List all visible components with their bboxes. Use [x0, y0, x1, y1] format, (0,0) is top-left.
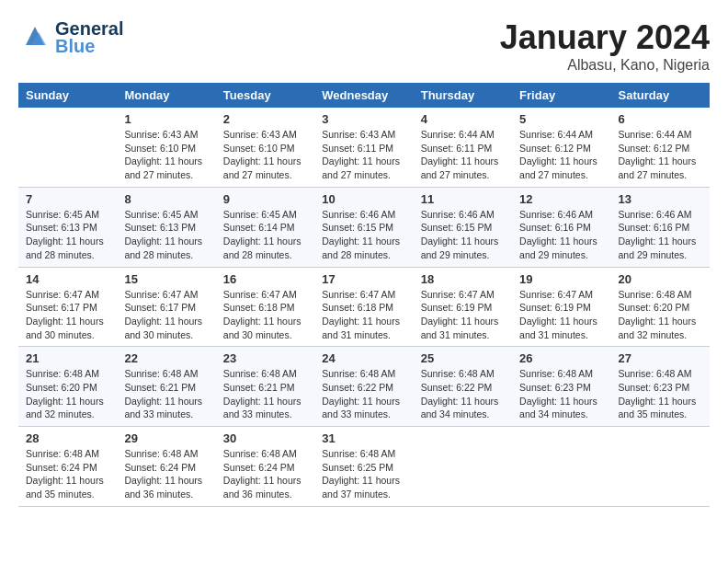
- logo: General Blue: [18, 18, 123, 57]
- day-info: Sunrise: 6:48 AMSunset: 6:24 PMDaylight:…: [26, 447, 109, 501]
- day-info: Sunrise: 6:44 AMSunset: 6:12 PMDaylight:…: [619, 128, 702, 182]
- title-block: January 2024 Albasu, Kano, Nigeria: [500, 18, 710, 74]
- day-info: Sunrise: 6:44 AMSunset: 6:11 PMDaylight:…: [421, 128, 505, 182]
- day-number: 15: [124, 272, 208, 286]
- calendar-cell: 15 Sunrise: 6:47 AMSunset: 6:17 PMDaylig…: [117, 267, 215, 347]
- calendar-cell: 21 Sunrise: 6:48 AMSunset: 6:20 PMDaylig…: [18, 347, 117, 427]
- day-number: 16: [223, 272, 307, 286]
- day-info: Sunrise: 6:48 AMSunset: 6:20 PMDaylight:…: [619, 288, 702, 342]
- day-number: 11: [421, 192, 505, 206]
- day-number: 4: [421, 112, 505, 126]
- calendar-header-row: SundayMondayTuesdayWednesdayThursdayFrid…: [18, 83, 710, 108]
- calendar-cell: 8 Sunrise: 6:45 AMSunset: 6:13 PMDayligh…: [117, 187, 215, 267]
- calendar-cell: 2 Sunrise: 6:43 AMSunset: 6:10 PMDayligh…: [216, 108, 314, 187]
- logo-icon: [18, 19, 51, 52]
- calendar-cell: 5 Sunrise: 6:44 AMSunset: 6:12 PMDayligh…: [512, 108, 610, 187]
- day-number: 9: [223, 192, 307, 206]
- calendar-cell: 12 Sunrise: 6:46 AMSunset: 6:16 PMDaylig…: [512, 187, 610, 267]
- day-number: 19: [519, 272, 603, 286]
- day-info: Sunrise: 6:43 AMSunset: 6:11 PMDaylight:…: [322, 128, 405, 182]
- calendar-cell: 1 Sunrise: 6:43 AMSunset: 6:10 PMDayligh…: [117, 108, 215, 187]
- calendar-cell: 29 Sunrise: 6:48 AMSunset: 6:24 PMDaylig…: [117, 427, 215, 507]
- col-header-thursday: Thursday: [414, 83, 512, 108]
- day-number: 14: [26, 272, 109, 286]
- day-info: Sunrise: 6:43 AMSunset: 6:10 PMDaylight:…: [223, 128, 307, 182]
- col-header-sunday: Sunday: [18, 83, 117, 108]
- calendar-cell: 4 Sunrise: 6:44 AMSunset: 6:11 PMDayligh…: [414, 108, 512, 187]
- day-info: Sunrise: 6:47 AMSunset: 6:18 PMDaylight:…: [223, 288, 307, 342]
- day-info: Sunrise: 6:47 AMSunset: 6:19 PMDaylight:…: [519, 288, 603, 342]
- calendar-week-4: 21 Sunrise: 6:48 AMSunset: 6:20 PMDaylig…: [18, 347, 710, 427]
- day-number: 10: [322, 192, 405, 206]
- page-header: General Blue January 2024 Albasu, Kano, …: [18, 18, 710, 74]
- day-number: 1: [124, 112, 208, 126]
- day-number: 24: [322, 351, 405, 365]
- day-info: Sunrise: 6:48 AMSunset: 6:24 PMDaylight:…: [124, 447, 208, 501]
- calendar-cell: 13 Sunrise: 6:46 AMSunset: 6:16 PMDaylig…: [611, 187, 710, 267]
- day-info: Sunrise: 6:46 AMSunset: 6:16 PMDaylight:…: [519, 208, 603, 262]
- day-number: 29: [124, 431, 208, 445]
- location: Albasu, Kano, Nigeria: [500, 57, 710, 74]
- calendar-cell: 30 Sunrise: 6:48 AMSunset: 6:24 PMDaylig…: [216, 427, 314, 507]
- calendar-cell: 23 Sunrise: 6:48 AMSunset: 6:21 PMDaylig…: [216, 347, 314, 427]
- day-info: Sunrise: 6:46 AMSunset: 6:16 PMDaylight:…: [619, 208, 702, 262]
- day-number: 8: [124, 192, 208, 206]
- day-number: 13: [619, 192, 702, 206]
- calendar-cell: 24 Sunrise: 6:48 AMSunset: 6:22 PMDaylig…: [314, 347, 413, 427]
- day-number: 27: [619, 351, 702, 365]
- calendar-cell: 19 Sunrise: 6:47 AMSunset: 6:19 PMDaylig…: [512, 267, 610, 347]
- calendar-cell: [512, 427, 610, 507]
- calendar-cell: 28 Sunrise: 6:48 AMSunset: 6:24 PMDaylig…: [18, 427, 117, 507]
- day-info: Sunrise: 6:48 AMSunset: 6:22 PMDaylight:…: [322, 367, 405, 421]
- day-number: 31: [322, 431, 405, 445]
- day-number: 25: [421, 351, 505, 365]
- day-info: Sunrise: 6:48 AMSunset: 6:22 PMDaylight:…: [421, 367, 505, 421]
- day-info: Sunrise: 6:45 AMSunset: 6:13 PMDaylight:…: [124, 208, 208, 262]
- day-info: Sunrise: 6:47 AMSunset: 6:17 PMDaylight:…: [124, 288, 208, 342]
- day-info: Sunrise: 6:48 AMSunset: 6:23 PMDaylight:…: [519, 367, 603, 421]
- calendar-cell: [414, 427, 512, 507]
- day-info: Sunrise: 6:46 AMSunset: 6:15 PMDaylight:…: [322, 208, 405, 262]
- day-info: Sunrise: 6:43 AMSunset: 6:10 PMDaylight:…: [124, 128, 208, 182]
- calendar-cell: 18 Sunrise: 6:47 AMSunset: 6:19 PMDaylig…: [414, 267, 512, 347]
- col-header-monday: Monday: [117, 83, 215, 108]
- calendar-cell: 20 Sunrise: 6:48 AMSunset: 6:20 PMDaylig…: [611, 267, 710, 347]
- day-info: Sunrise: 6:48 AMSunset: 6:21 PMDaylight:…: [124, 367, 208, 421]
- col-header-tuesday: Tuesday: [216, 83, 314, 108]
- day-number: 30: [223, 431, 307, 445]
- day-number: 12: [519, 192, 603, 206]
- calendar-cell: 16 Sunrise: 6:47 AMSunset: 6:18 PMDaylig…: [216, 267, 314, 347]
- calendar-table: SundayMondayTuesdayWednesdayThursdayFrid…: [18, 83, 710, 507]
- calendar-cell: [18, 108, 117, 187]
- col-header-friday: Friday: [512, 83, 610, 108]
- calendar-cell: 17 Sunrise: 6:47 AMSunset: 6:18 PMDaylig…: [314, 267, 413, 347]
- calendar-cell: 22 Sunrise: 6:48 AMSunset: 6:21 PMDaylig…: [117, 347, 215, 427]
- day-number: 7: [26, 192, 109, 206]
- day-info: Sunrise: 6:44 AMSunset: 6:12 PMDaylight:…: [519, 128, 603, 182]
- day-info: Sunrise: 6:45 AMSunset: 6:14 PMDaylight:…: [223, 208, 307, 262]
- day-number: 18: [421, 272, 505, 286]
- day-info: Sunrise: 6:48 AMSunset: 6:23 PMDaylight:…: [619, 367, 702, 421]
- day-number: 5: [519, 112, 603, 126]
- day-number: 17: [322, 272, 405, 286]
- day-info: Sunrise: 6:48 AMSunset: 6:21 PMDaylight:…: [223, 367, 307, 421]
- calendar-week-5: 28 Sunrise: 6:48 AMSunset: 6:24 PMDaylig…: [18, 427, 710, 507]
- day-number: 28: [26, 431, 109, 445]
- day-info: Sunrise: 6:48 AMSunset: 6:24 PMDaylight:…: [223, 447, 307, 501]
- day-info: Sunrise: 6:48 AMSunset: 6:20 PMDaylight:…: [26, 367, 109, 421]
- day-number: 2: [223, 112, 307, 126]
- calendar-cell: 6 Sunrise: 6:44 AMSunset: 6:12 PMDayligh…: [611, 108, 710, 187]
- calendar-cell: 9 Sunrise: 6:45 AMSunset: 6:14 PMDayligh…: [216, 187, 314, 267]
- col-header-saturday: Saturday: [611, 83, 710, 108]
- day-info: Sunrise: 6:47 AMSunset: 6:17 PMDaylight:…: [26, 288, 109, 342]
- day-number: 26: [519, 351, 603, 365]
- day-number: 23: [223, 351, 307, 365]
- day-info: Sunrise: 6:48 AMSunset: 6:25 PMDaylight:…: [322, 447, 405, 501]
- col-header-wednesday: Wednesday: [314, 83, 413, 108]
- calendar-cell: 25 Sunrise: 6:48 AMSunset: 6:22 PMDaylig…: [414, 347, 512, 427]
- calendar-cell: 11 Sunrise: 6:46 AMSunset: 6:15 PMDaylig…: [414, 187, 512, 267]
- calendar-cell: [611, 427, 710, 507]
- month-title: January 2024: [500, 18, 710, 57]
- day-info: Sunrise: 6:47 AMSunset: 6:19 PMDaylight:…: [421, 288, 505, 342]
- calendar-cell: 7 Sunrise: 6:45 AMSunset: 6:13 PMDayligh…: [18, 187, 117, 267]
